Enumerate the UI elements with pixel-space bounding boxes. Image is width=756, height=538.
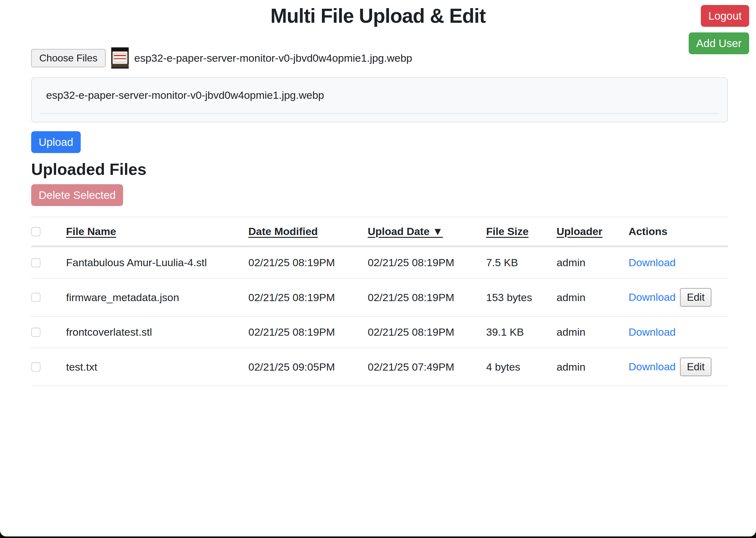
date-modified-cell: 02/21/25 08:19PM [248,246,368,279]
edit-button[interactable]: Edit [680,288,711,307]
choose-files-button[interactable]: Choose Files [31,49,106,67]
edit-button[interactable]: Edit [680,357,711,376]
delete-selected-button[interactable]: Delete Selected [31,184,123,206]
column-header[interactable]: Upload Date ▼ [368,217,486,246]
app-window: Multi File Upload & Edit Logout Add User… [0,0,756,536]
file-size-cell: 153 bytes [486,278,557,316]
actions-cell: Download [629,246,728,279]
download-link[interactable]: Download [629,326,676,338]
file-size-cell: 7.5 KB [486,246,557,279]
table-header-row: File NameDate ModifiedUpload Date ▼File … [31,217,728,246]
uploader-cell: admin [557,246,629,279]
table-row: firmware_metadata.json02/21/25 08:19PM02… [31,278,728,316]
date-modified-cell: 02/21/25 08:19PM [248,316,368,348]
upload-date-cell: 02/21/25 08:19PM [368,316,486,348]
file-name-cell: Fantabulous Amur-Luulia-4.stl [66,246,248,279]
uploader-cell: admin [557,278,629,316]
upload-button[interactable]: Upload [31,131,81,153]
file-size-cell: 39.1 KB [486,316,557,348]
download-link[interactable]: Download [629,256,676,268]
uploader-cell: admin [557,316,629,348]
table-row: frontcoverlatest.stl02/21/25 08:19PM02/2… [31,316,728,348]
actions-cell: DownloadEdit [629,348,728,386]
column-header[interactable]: Uploader [557,217,629,246]
row-checkbox[interactable] [31,362,40,372]
thumb-screen-shape [114,53,126,62]
logout-button[interactable]: Logout [701,5,749,27]
row-checkbox[interactable] [31,328,40,337]
queued-file-item: esp32-e-paper-server-monitor-v0-jbvd0w4o… [40,89,719,114]
actions-cell: Download [629,316,728,348]
row-checkbox[interactable] [31,293,40,302]
download-link[interactable]: Download [629,361,676,372]
file-size-cell: 4 bytes [486,348,557,386]
table-row: Fantabulous Amur-Luulia-4.stl02/21/25 08… [31,246,728,279]
download-link[interactable]: Download [629,291,676,303]
add-user-button[interactable]: Add User [689,32,749,54]
row-checkbox[interactable] [31,258,40,267]
upload-date-cell: 02/21/25 08:19PM [368,278,486,316]
file-name-cell: frontcoverlatest.stl [66,316,248,348]
page-title: Multi File Upload & Edit [0,4,756,27]
table-row: test.txt02/21/25 09:05PM02/21/25 07:49PM… [31,348,728,386]
column-header[interactable]: Date Modified [248,217,368,246]
uploader-cell: admin [557,348,629,386]
date-modified-cell: 02/21/25 09:05PM [248,348,368,386]
uploaded-files-heading: Uploaded Files [31,160,728,179]
files-table: File NameDate ModifiedUpload Date ▼File … [31,217,728,386]
column-header[interactable]: File Name [66,217,248,246]
column-header: Actions [629,217,728,246]
e-paper-device-photo-icon [111,47,129,69]
selected-file-name: esp32-e-paper-server-monitor-v0-jbvd0w4o… [134,52,412,64]
upload-date-cell: 02/21/25 08:19PM [368,246,486,279]
actions-cell: DownloadEdit [629,278,728,316]
queued-files-list: esp32-e-paper-server-monitor-v0-jbvd0w4o… [31,77,728,123]
file-input-row: Choose Files esp32-e-paper-server-monito… [31,47,728,69]
select-all-checkbox[interactable] [31,227,40,236]
file-name-cell: firmware_metadata.json [66,278,248,316]
file-name-cell: test.txt [66,348,248,386]
column-header[interactable]: File Size [486,217,557,246]
date-modified-cell: 02/21/25 08:19PM [248,278,368,316]
upload-date-cell: 02/21/25 07:49PM [368,348,486,386]
